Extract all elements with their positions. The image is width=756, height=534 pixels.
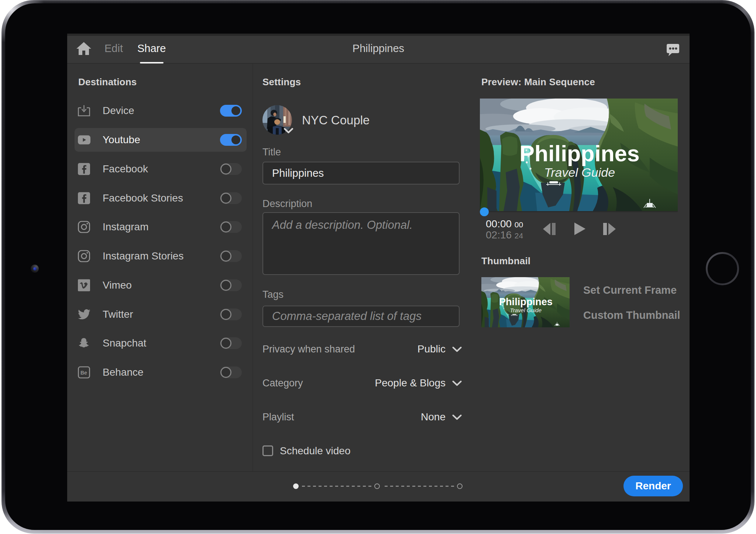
svg-text:Be: Be: [80, 370, 87, 376]
